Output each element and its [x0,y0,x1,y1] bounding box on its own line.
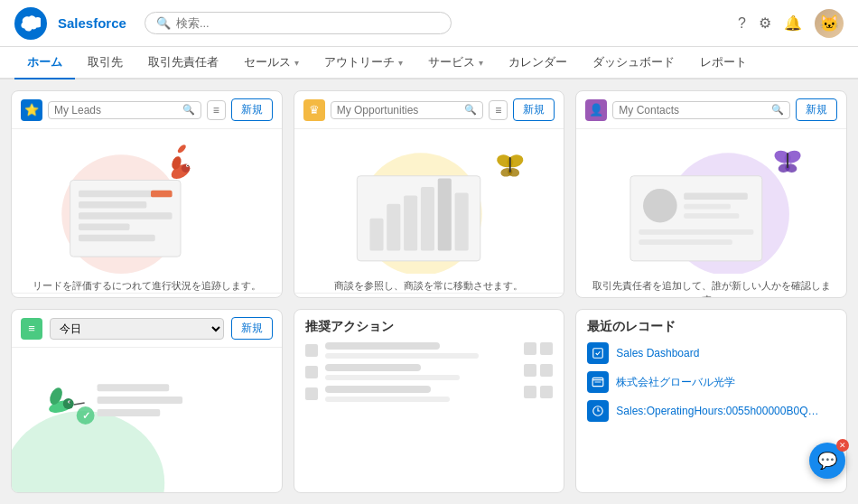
contacts-search-input[interactable] [619,104,768,117]
nav-item-reports[interactable]: レポート [687,47,760,79]
today-select[interactable]: 今日 [50,318,224,340]
nav-item-calendar[interactable]: カレンダー [496,47,580,79]
rec-actions-1 [524,342,553,359]
svg-point-29 [643,189,677,223]
leads-new-button[interactable]: 新規 [231,98,273,121]
opportunities-card-icon: ♛ [303,99,325,121]
chat-button[interactable]: 💬 ✕ [809,443,845,479]
svg-rect-18 [404,195,417,250]
recent-item-icon-3 [587,400,609,422]
contacts-card: 👤 🔍 新規 [575,90,847,298]
svg-rect-19 [421,187,434,251]
rec-action-icon-6 [540,386,553,398]
svg-rect-4 [79,212,173,219]
top-actions: ? ⚙ 🔔 🐱 [738,9,844,38]
search-icon: 🔍 [771,104,784,116]
svg-rect-16 [369,219,383,251]
today-card-icon: ≡ [21,318,42,340]
rec-bar-group-2 [325,364,518,380]
notification-icon[interactable]: 🔔 [784,14,802,32]
svg-rect-30 [685,193,749,201]
search-icon: 🔍 [464,104,477,116]
leads-search[interactable]: 🔍 [48,101,201,119]
leads-filter-button[interactable]: ≡ [207,100,226,120]
search-input[interactable] [176,16,440,30]
search-bar[interactable]: 🔍 [145,12,452,34]
svg-rect-32 [685,213,740,219]
svg-rect-20 [437,179,451,251]
svg-rect-48 [98,397,183,404]
svg-rect-49 [98,409,161,416]
rec-bar-2a [325,364,421,371]
settings-icon[interactable]: ⚙ [759,14,771,32]
leads-card-header: ⭐ 🔍 ≡ 新規 [12,91,282,129]
chevron-down-icon: ▾ [398,58,403,68]
recent-item-text-2: 株式会社グローバル光学 [616,375,735,390]
svg-rect-17 [387,204,400,251]
svg-rect-52 [593,349,603,359]
rec-bar-2b [325,375,460,380]
svg-rect-47 [98,384,170,391]
contacts-description: 取引先責任者を追加して、誰が新しい人かを確認します。 [576,274,846,298]
nav-item-home[interactable]: ホーム [14,47,75,79]
brand-name: Salesforce [58,15,126,31]
rec-bar-3a [325,386,431,393]
svg-point-11 [176,144,187,154]
opportunities-card-body [294,129,564,274]
chat-icon: 💬 [817,451,837,471]
svg-rect-5 [79,223,129,230]
nav-item-accounts[interactable]: 取引先 [75,47,135,79]
contacts-search[interactable]: 🔍 [612,101,790,119]
main-content: ⭐ 🔍 ≡ 新規 [0,79,858,504]
contacts-new-button[interactable]: 新規 [796,98,837,121]
salesforce-logo [14,7,47,40]
rec-bar-group-1 [325,342,518,359]
rec-action-icon-1 [524,342,536,355]
top-bar: Salesforce 🔍 ? ⚙ 🔔 🐱 [0,0,858,47]
opportunities-card: ♛ 🔍 ≡ 新規 [294,90,565,298]
rec-row-3 [305,386,554,402]
recent-records-content: 最近のレコード Sales Dashboard [576,310,846,438]
leads-search-input[interactable] [54,104,179,117]
opportunities-search[interactable]: 🔍 [331,101,484,119]
opportunities-search-input[interactable] [337,104,462,117]
recent-item-text-3: Sales:OperatingHours:0055h00000B0QbZ:170… [616,405,824,417]
help-icon[interactable]: ? [738,15,746,32]
opportunities-filter-button[interactable]: ≡ [489,100,508,120]
svg-rect-21 [454,193,468,251]
today-new-button[interactable]: 新規 [231,317,273,340]
contacts-card-body [576,129,846,274]
svg-rect-7 [151,191,173,198]
opportunities-card-footer: レポートの表示 更新日 今日 (16:52) ↻ [294,293,564,298]
rec-actions-2 [524,364,553,380]
opportunities-card-header: ♛ 🔍 ≡ 新規 [294,91,564,129]
leads-card-body [12,129,282,274]
nav-item-sales[interactable]: セールス ▾ [231,47,312,79]
chevron-down-icon: ▾ [479,58,483,68]
opportunities-description: 商談を参照し、商談を常に移動させます。 [294,274,564,293]
nav-item-dashboard[interactable]: ダッシュボード [580,47,687,79]
svg-point-43 [63,398,74,409]
recommended-actions-content: 推奨アクション [294,310,564,411]
rec-action-icon-2 [540,342,553,355]
recommended-actions-card: 推奨アクション [294,309,565,493]
rec-bar-3b [325,397,450,402]
svg-rect-34 [639,239,733,245]
recent-item-2[interactable]: 株式会社グローバル光学 [587,371,835,393]
today-card-header: ≡ 今日 新規 [12,310,282,348]
rec-actions-3 [524,386,553,402]
avatar[interactable]: 🐱 [815,9,844,38]
recent-item-1[interactable]: Sales Dashboard [587,342,835,364]
nav-item-contacts[interactable]: 取引先責任者 [135,47,231,79]
opportunities-new-button[interactable]: 新規 [513,98,555,121]
nav-item-outreach[interactable]: アウトリーチ ▾ [312,47,415,79]
leads-description: リードを評価するにつれて進行状況を追跡します。 [12,274,282,293]
recent-item-icon-2 [587,371,609,393]
rec-bar-group-3 [325,386,518,402]
recent-item-3[interactable]: Sales:OperatingHours:0055h00000B0QbZ:170… [587,400,835,422]
leads-card-footer: レポートの表示 更新日 今日 (16:52) ↻ [12,293,282,298]
rec-bar-1b [325,353,479,359]
nav-item-service[interactable]: サービス ▾ [415,47,496,79]
chat-close-icon: ✕ [836,439,849,452]
svg-rect-26 [508,157,510,173]
